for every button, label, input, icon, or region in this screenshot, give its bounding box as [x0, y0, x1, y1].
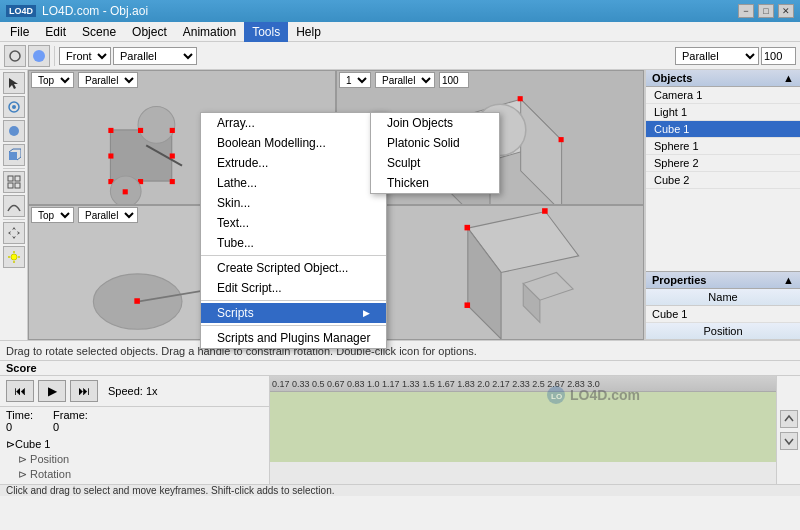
objects-scroll-arrow: ▲ [783, 72, 794, 84]
rotate-tool[interactable] [3, 96, 25, 118]
menu-scene[interactable]: Scene [74, 22, 124, 42]
vp-tl-view[interactable]: Top [31, 72, 74, 88]
rewind-button[interactable]: ⏮ [6, 380, 34, 402]
light-tool[interactable] [3, 246, 25, 268]
menu-scripts[interactable]: Scripts ▶ [201, 303, 386, 323]
vp-bl-mode[interactable]: Parallel [78, 207, 138, 223]
viewport2-select[interactable]: ParallelPerspective [675, 47, 759, 65]
scripts-arrow: ▶ [363, 308, 370, 318]
watermark: LO LO4D.com [546, 385, 640, 405]
menu-file[interactable]: File [2, 22, 37, 42]
toolbar-rotate[interactable] [4, 45, 26, 67]
score-status: Click and drag to select and move keyfra… [0, 484, 800, 496]
object-sphere2[interactable]: Sphere 2 [646, 155, 800, 172]
minimize-button[interactable]: − [738, 4, 754, 18]
menu-create-scripted[interactable]: Create Scripted Object... [201, 258, 386, 278]
menu-text[interactable]: Text... [201, 213, 386, 233]
timeline-tracks[interactable] [270, 392, 776, 462]
separator3 [201, 325, 386, 326]
svg-rect-21 [170, 179, 175, 184]
select-tool[interactable] [3, 72, 25, 94]
menu-lathe[interactable]: Lathe... [201, 173, 386, 193]
properties-header: Properties ▲ [646, 272, 800, 289]
svg-point-10 [11, 254, 17, 260]
svg-point-16 [138, 106, 175, 143]
svg-rect-34 [559, 137, 564, 142]
menu-plugins-manager[interactable]: Scripts and Plugins Manager [201, 328, 386, 348]
vp-tr-value[interactable] [439, 72, 469, 88]
scripts-submenu: Join Objects Platonic Solid Sculpt Thick… [370, 112, 500, 194]
sphere-tool[interactable] [3, 120, 25, 142]
svg-rect-19 [170, 128, 175, 133]
svg-rect-27 [123, 189, 128, 194]
maximize-button[interactable]: □ [758, 4, 774, 18]
score-area: Score ⏮ ▶ ⏭ Speed: 1x Time: 0 Frame: 0 [0, 360, 800, 470]
position-label: Position [646, 323, 800, 340]
right-panel: Objects ▲ Camera 1 Light 1 Cube 1 Sphere… [645, 70, 800, 340]
speed-label: Speed: 1x [108, 385, 158, 397]
app-icon: LO4D [6, 5, 36, 17]
object-light1[interactable]: Light 1 [646, 104, 800, 121]
viewport2-value[interactable] [761, 47, 796, 65]
svg-rect-8 [8, 183, 13, 188]
object-sphere1[interactable]: Sphere 1 [646, 138, 800, 155]
score-left: ⏮ ▶ ⏭ Speed: 1x Time: 0 Frame: 0 ⊳Cube 1… [0, 376, 270, 484]
timeline[interactable]: 0.17 0.33 0.5 0.67 0.83 1.0 1.17 1.33 1.… [270, 376, 776, 484]
vp-tr-view[interactable]: 1 [339, 72, 371, 88]
menu-edit-script[interactable]: Edit Script... [201, 278, 386, 298]
svg-rect-24 [108, 153, 113, 158]
tools-dropdown: Array... Boolean Modelling... Extrude...… [200, 112, 387, 349]
menu-object[interactable]: Object [124, 22, 175, 42]
tree-rotation: ⊳ Rotation [6, 467, 263, 482]
menu-platonic-solid[interactable]: Platonic Solid [371, 133, 499, 153]
svg-rect-9 [15, 183, 20, 188]
time-label: Time: [6, 409, 33, 421]
timeline-scroll-up[interactable] [780, 410, 798, 428]
play-button[interactable]: ▶ [38, 380, 66, 402]
timeline-ruler: 0.17 0.33 0.5 0.67 0.83 1.0 1.17 1.33 1.… [270, 376, 776, 392]
object-camera1[interactable]: Camera 1 [646, 87, 800, 104]
forward-button[interactable]: ⏭ [70, 380, 98, 402]
menu-edit[interactable]: Edit [37, 22, 74, 42]
object-cube2[interactable]: Cube 2 [646, 172, 800, 189]
svg-rect-6 [8, 176, 13, 181]
timeline-scroll-down[interactable] [780, 432, 798, 450]
menu-array[interactable]: Array... [201, 113, 386, 133]
svg-rect-5 [9, 152, 17, 160]
menu-help[interactable]: Help [288, 22, 329, 42]
svg-rect-22 [138, 128, 143, 133]
move-tool[interactable] [3, 222, 25, 244]
projection-select[interactable]: ParallelPerspective [113, 47, 197, 65]
score-header: Score [0, 361, 800, 376]
menu-extrude[interactable]: Extrude... [201, 153, 386, 173]
left-toolbar [0, 70, 28, 340]
score-status-message: Click and drag to select and move keyfra… [6, 485, 334, 496]
object-cube1[interactable]: Cube 1 [646, 121, 800, 138]
menu-animation[interactable]: Animation [175, 22, 244, 42]
menu-boolean[interactable]: Boolean Modelling... [201, 133, 386, 153]
toolbar-3d[interactable] [28, 45, 50, 67]
menu-thicken[interactable]: Thicken [371, 173, 499, 193]
properties-scroll-arrow: ▲ [783, 274, 794, 286]
properties-panel: Properties ▲ Name Cube 1 Position [646, 271, 800, 340]
cube-tool[interactable] [3, 144, 25, 166]
title-bar: LO4D LO4D.com - Obj.aoi − □ ✕ [0, 0, 800, 22]
vp-tr-mode[interactable]: Parallel [375, 72, 435, 88]
curve-tool[interactable] [3, 195, 25, 217]
menu-sculpt[interactable]: Sculpt [371, 153, 499, 173]
menu-join-objects[interactable]: Join Objects [371, 113, 499, 133]
menu-tube[interactable]: Tube... [201, 233, 386, 253]
menu-skin[interactable]: Skin... [201, 193, 386, 213]
vp-tl-mode[interactable]: Parallel [78, 72, 138, 88]
vp-bl-view[interactable]: Top [31, 207, 74, 223]
svg-rect-46 [542, 208, 548, 214]
frame-label: Frame: [53, 409, 88, 421]
svg-rect-45 [465, 225, 471, 231]
viewport-select[interactable]: FrontTopRight [59, 47, 111, 65]
window-controls: − □ ✕ [738, 4, 794, 18]
menu-tools[interactable]: Tools [244, 22, 288, 42]
close-button[interactable]: ✕ [778, 4, 794, 18]
transport: ⏮ ▶ ⏭ Speed: 1x [0, 376, 269, 407]
time-value: 0 [6, 421, 33, 433]
grid-tool[interactable] [3, 171, 25, 193]
